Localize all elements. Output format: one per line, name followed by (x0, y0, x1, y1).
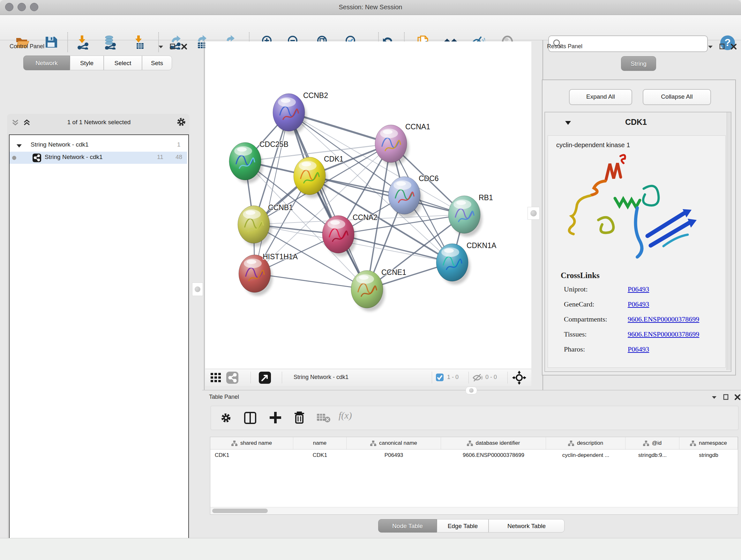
cell-namespace[interactable]: stringdb (679, 449, 738, 461)
netbar-separator (508, 372, 508, 383)
network-node-HIST1H1A[interactable]: HIST1H1A (239, 253, 298, 296)
close-panel-icon[interactable] (730, 43, 737, 50)
network-collection-row[interactable]: String Network - cdk1 1 (10, 139, 187, 152)
scrollbar-thumb[interactable] (212, 509, 268, 513)
add-column-icon[interactable] (269, 411, 282, 424)
panel-menu-icon[interactable] (711, 394, 718, 401)
node-label-CDK1: CDK1 (324, 155, 343, 163)
function-builder-icon[interactable]: f(x) (339, 410, 352, 421)
network-edge-CCNB2-HIST1H1A[interactable] (255, 112, 289, 273)
crosslink-row-uniprot: Uniprot:P06493 (564, 285, 649, 294)
collection-label: String Network - cdk1 (30, 141, 89, 148)
netbar-separator (432, 372, 432, 383)
control-network-divider[interactable] (204, 40, 205, 390)
grid-view-icon[interactable] (211, 373, 221, 382)
network-node-CCNE1[interactable]: CCNE1 (351, 268, 406, 311)
network-share-view-icon[interactable] (226, 372, 239, 384)
fit-content-crosshair-icon[interactable] (512, 371, 526, 385)
panel-menu-icon[interactable] (158, 43, 165, 50)
netbar-separator (251, 372, 251, 383)
delete-table-icon[interactable] (317, 413, 330, 423)
cell-database-identifier[interactable]: 9606.ENSP00000378699 (441, 449, 546, 461)
netbar-separator (282, 372, 282, 383)
show-columns-icon[interactable] (244, 412, 256, 424)
network-edge-CDK1-RB1[interactable] (310, 176, 464, 214)
left-divider-handle[interactable] (192, 283, 203, 296)
network-node-CCNA1[interactable]: CCNA1 (375, 123, 430, 166)
network-options-gear-icon[interactable] (176, 117, 187, 127)
crosslink-row-pharos: Pharos:P06493 (564, 345, 649, 354)
column-header-id[interactable]: @id (625, 437, 679, 449)
float-panel-icon[interactable] (723, 394, 730, 401)
panel-menu-icon[interactable] (707, 43, 714, 50)
collapse-all-networks-icon[interactable] (11, 118, 20, 127)
network-node-CDC6[interactable]: CDC6 (388, 174, 439, 217)
tab-edge-table[interactable]: Edge Table (437, 519, 488, 533)
tab-select[interactable]: Select (104, 56, 142, 70)
selected-checkbox-icon[interactable] (435, 373, 444, 381)
column-header-shared-name[interactable]: shared name (210, 437, 293, 449)
column-header-namespace[interactable]: namespace (679, 437, 738, 449)
control-panel-window-buttons (153, 43, 188, 50)
tab-style[interactable]: Style (70, 56, 104, 70)
current-network-dot (12, 156, 16, 160)
crosslink-value-link[interactable]: 9606.ENSP00000378699 (628, 315, 699, 323)
tab-string-results[interactable]: String (621, 56, 656, 71)
float-panel-icon[interactable] (719, 43, 726, 50)
node-label-CDC25B: CDC25B (259, 140, 288, 148)
tab-network[interactable]: Network (23, 56, 70, 70)
crosslink-label: Pharos: (564, 345, 628, 354)
table-horizontal-scrollbar[interactable] (210, 507, 738, 514)
expand-all-networks-icon[interactable] (22, 118, 31, 127)
tab-sets[interactable]: Sets (142, 56, 172, 70)
cell-name[interactable]: CDK1 (293, 449, 347, 461)
network-edge-CCNB2-CCNE1[interactable] (289, 112, 367, 289)
node-label-HIST1H1A: HIST1H1A (263, 253, 298, 261)
collection-expand-icon[interactable] (16, 143, 22, 149)
cell-id[interactable]: stringdb:9... (625, 449, 679, 461)
right-divider-handle[interactable] (528, 207, 540, 220)
crosslink-value-link[interactable]: P06493 (628, 345, 649, 353)
gene-name-header[interactable]: CDK1 (545, 118, 727, 127)
table-row[interactable]: CDK1CDK1P064939606.ENSP00000378699cyclin… (210, 449, 738, 461)
network-selection-status: 1 of 1 Network selected (35, 119, 163, 126)
table-panel-window-buttons (706, 394, 741, 401)
crosslink-value-link[interactable]: 9606.ENSP00000378699 (628, 330, 699, 338)
table-settings-gear-icon[interactable] (220, 412, 232, 424)
collection-count: 1 (177, 141, 181, 148)
network-node-RB1[interactable]: RB1 (448, 193, 493, 237)
float-panel-icon[interactable] (169, 43, 176, 50)
network-node-CDKN1A[interactable]: CDKN1A (436, 241, 496, 285)
crosslink-row-compartments: Compartments:9606.ENSP00000378699 (564, 315, 699, 323)
cell-canonical-name[interactable]: P06493 (347, 449, 441, 461)
column-header-canonical-name[interactable]: canonical name (347, 437, 441, 449)
birds-eye-view-icon[interactable] (259, 372, 271, 384)
cell-shared-name[interactable]: CDK1 (210, 449, 293, 461)
tab-network-table[interactable]: Network Table (488, 519, 564, 533)
network-node-CCNB2[interactable]: CCNB2 (273, 91, 328, 134)
selected-count: 1 - 0 (447, 374, 459, 381)
network-label: String Network - cdk1 (45, 153, 103, 161)
network-row-selected[interactable]: String Network - cdk1 11 48 (10, 152, 187, 164)
crosslink-label: Compartments: (564, 315, 628, 323)
column-header-description[interactable]: description (546, 437, 625, 449)
gene-description-box: cyclin-dependent kinase 1 CrossLinks (548, 135, 726, 368)
crosslink-value-link[interactable]: P06493 (628, 285, 649, 293)
hidden-eye-icon[interactable] (472, 374, 483, 382)
crosslink-value-link[interactable]: P06493 (628, 300, 649, 308)
close-panel-icon[interactable] (734, 394, 741, 401)
results-scrollbar[interactable] (727, 112, 731, 370)
node-label-CCNB1: CCNB1 (268, 203, 293, 212)
hidden-count: 0 - 0 (485, 374, 497, 381)
collapse-all-button[interactable]: Collapse All (643, 89, 711, 105)
network-node-CCNB1[interactable]: CCNB1 (238, 203, 293, 246)
tab-node-table[interactable]: Node Table (378, 519, 437, 533)
close-panel-icon[interactable] (181, 43, 188, 50)
cell-description[interactable]: cyclin-dependent ... (546, 449, 625, 461)
delete-column-trash-icon[interactable] (293, 411, 306, 424)
column-header-database-identifier[interactable]: database identifier (441, 437, 546, 449)
column-header-name[interactable]: name (293, 437, 347, 449)
network-canvas[interactable]: CCNB2 CCNA1 CDC25B CDK1 CDC6 RB1 (205, 42, 531, 369)
node-label-CCNE1: CCNE1 (381, 268, 406, 276)
expand-all-button[interactable]: Expand All (569, 89, 632, 105)
